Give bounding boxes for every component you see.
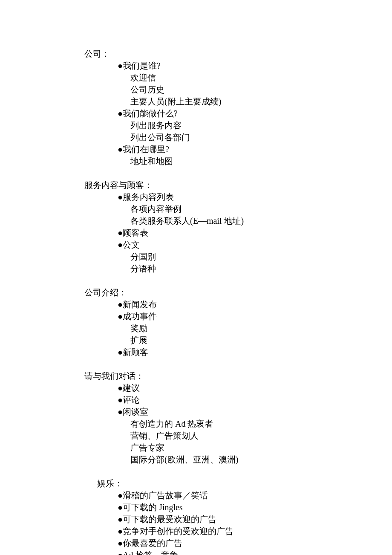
- bullet-icon: ●: [118, 347, 123, 357]
- bullet-icon: ●: [118, 503, 123, 512]
- item-label: 可下载的 Jingles: [123, 503, 183, 512]
- document-outline: 公司： ●我们是谁? 欢迎信 公司历史 主要人员(附上主要成绩) ●我们能做什么…: [84, 48, 392, 555]
- bullet-item: ●竞争对手创作的受欢迎的广告: [118, 525, 392, 537]
- bullet-item: ●可下载的最受欢迎的广告: [118, 513, 392, 525]
- item-label: 你最喜爱的广告: [123, 538, 182, 548]
- item-label: 评论: [123, 395, 140, 405]
- item-label: 我们在哪里?: [123, 145, 169, 154]
- section-heading: 服务内容与顾客：: [84, 179, 392, 191]
- section-heading: 公司：: [84, 48, 392, 60]
- item-label: 竞争对手创作的受欢迎的广告: [123, 526, 233, 536]
- sub-item: 列出公司各部门: [130, 131, 392, 143]
- sub-item: 主要人员(附上主要成绩): [130, 95, 392, 107]
- bullet-icon: ●: [118, 61, 123, 70]
- bullet-icon: ●: [118, 395, 123, 405]
- section-heading: 请与我们对话：: [84, 370, 392, 382]
- bullet-item: ●我们是谁?: [118, 60, 392, 72]
- item-label: 服务内容列表: [123, 192, 174, 202]
- bullet-item: ●成功事件: [118, 310, 392, 322]
- item-label: 顾客表: [123, 228, 148, 237]
- sub-item: 奖励: [130, 322, 392, 334]
- bullet-item: ●可下载的 Jingles: [118, 501, 392, 513]
- sub-item: 广告专家: [130, 442, 392, 454]
- bullet-icon: ●: [118, 515, 123, 524]
- sub-item: 扩展: [130, 334, 392, 346]
- item-label: 我们是谁?: [123, 61, 161, 70]
- item-label: 建议: [123, 383, 140, 393]
- item-label: 成功事件: [123, 312, 157, 321]
- bullet-item: ●评论: [118, 394, 392, 406]
- section-heading: 公司介绍：: [84, 286, 392, 298]
- item-label: 滑稽的广告故事／笑话: [123, 491, 208, 500]
- item-label: 公文: [123, 240, 140, 249]
- bullet-icon: ●: [118, 407, 123, 416]
- item-label: 我们能做什么?: [123, 109, 178, 118]
- bullet-item: ●滑稽的广告故事／笑话: [118, 489, 392, 501]
- sub-item: 有创造力的 Ad 热衷者: [130, 418, 392, 430]
- sub-item: 欢迎信: [130, 72, 392, 84]
- item-label: 可下载的最受欢迎的广告: [123, 515, 216, 524]
- sub-item: 公司历史: [130, 84, 392, 95]
- item-label: 新闻发布: [123, 300, 157, 309]
- bullet-item: ●建议: [118, 382, 392, 394]
- bullet-icon: ●: [118, 383, 123, 393]
- bullet-item: ●服务内容列表: [118, 191, 392, 203]
- bullet-icon: ●: [118, 312, 123, 321]
- sub-item: 分国别: [130, 251, 392, 263]
- bullet-icon: ●: [118, 228, 123, 237]
- bullet-item: ●新顾客: [118, 346, 392, 358]
- bullet-item: ●公文: [118, 239, 392, 251]
- bullet-item: ●我们能做什么?: [118, 107, 392, 119]
- bullet-icon: ●: [118, 491, 123, 500]
- bullet-icon: ●: [118, 300, 123, 309]
- bullet-item: ●顾客表: [118, 227, 392, 239]
- bullet-icon: ●: [118, 192, 123, 202]
- bullet-item: ●Ad 抢答、竞争: [118, 549, 392, 555]
- bullet-icon: ●: [118, 109, 123, 118]
- sub-item: 各类服务联系人(E—mail 地址): [130, 215, 392, 227]
- sub-item: 地址和地图: [130, 155, 392, 167]
- sub-item: 列出服务内容: [130, 119, 392, 131]
- bullet-item: ●新闻发布: [118, 298, 392, 310]
- item-label: Ad 抢答、竞争: [123, 550, 178, 555]
- bullet-item: ●我们在哪里?: [118, 143, 392, 155]
- bullet-icon: ●: [118, 550, 123, 555]
- bullet-item: ●你最喜爱的广告: [118, 537, 392, 549]
- bullet-icon: ●: [118, 526, 123, 536]
- sub-item: 国际分部(欧洲、亚洲、澳洲): [130, 454, 392, 465]
- bullet-icon: ●: [118, 538, 123, 548]
- item-label: 新顾客: [123, 347, 148, 357]
- section-heading: 娱乐：: [97, 477, 392, 489]
- bullet-item: ●闲谈室: [118, 406, 392, 418]
- bullet-icon: ●: [118, 240, 123, 249]
- bullet-icon: ●: [118, 145, 123, 154]
- sub-item: 分语种: [130, 263, 392, 275]
- sub-item: 营销、广告策划人: [130, 430, 392, 442]
- item-label: 闲谈室: [123, 407, 148, 416]
- sub-item: 各项内容举例: [130, 203, 392, 215]
